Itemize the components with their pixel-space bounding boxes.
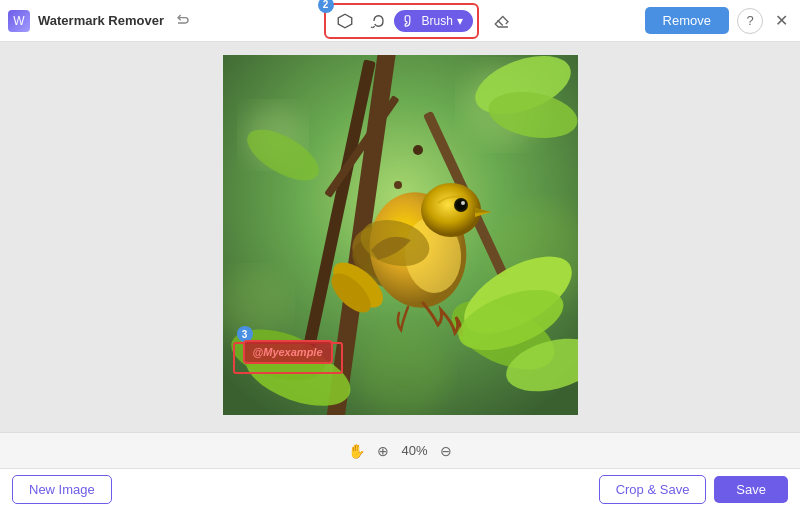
logo-symbol: W [13, 14, 24, 28]
titlebar: W Watermark Remover 2 [0, 0, 800, 42]
bottom-bar: New Image Crop & Save Save [0, 468, 800, 510]
svg-point-26 [421, 183, 481, 237]
titlebar-right: Remove ? ✕ [645, 7, 792, 34]
zoom-in-icon[interactable]: ⊕ [377, 443, 389, 459]
zoom-bar: ✋ ⊕ 40% ⊖ [0, 432, 800, 468]
svg-point-28 [456, 200, 466, 210]
lasso-tool-button[interactable] [362, 8, 392, 34]
titlebar-left: W Watermark Remover [8, 7, 196, 34]
main-canvas: 3 @Myexample [0, 42, 800, 432]
close-button[interactable]: ✕ [771, 7, 792, 34]
save-button[interactable]: Save [714, 476, 788, 503]
watermark-text: @Myexample [243, 340, 333, 364]
zoom-level: 40% [401, 443, 427, 458]
pan-tool-icon[interactable]: ✋ [348, 443, 365, 459]
undo-button[interactable] [172, 7, 196, 34]
crop-save-button[interactable]: Crop & Save [599, 475, 707, 504]
polygon-tool-button[interactable] [330, 8, 360, 34]
tool-badge: 2 [318, 0, 334, 13]
help-button[interactable]: ? [737, 8, 763, 34]
svg-point-29 [461, 201, 465, 205]
app-logo-icon: W [8, 10, 30, 32]
eraser-tool-button[interactable] [487, 8, 517, 34]
remove-button[interactable]: Remove [645, 7, 729, 34]
svg-marker-0 [338, 14, 352, 28]
brush-label: Brush [422, 14, 453, 28]
new-image-button[interactable]: New Image [12, 475, 112, 504]
image-container: 3 @Myexample [223, 55, 578, 419]
tool-group: 2 Brush ▾ [324, 3, 479, 39]
brush-tool-button[interactable]: Brush ▾ [394, 10, 473, 32]
brush-dropdown-icon: ▾ [457, 14, 463, 28]
zoom-out-icon[interactable]: ⊖ [440, 443, 452, 459]
svg-point-16 [413, 145, 423, 155]
bottom-right-actions: Crop & Save Save [599, 475, 788, 504]
svg-point-17 [394, 181, 402, 189]
toolbar-tools: 2 Brush ▾ [324, 3, 517, 39]
app-title: Watermark Remover [38, 13, 164, 28]
